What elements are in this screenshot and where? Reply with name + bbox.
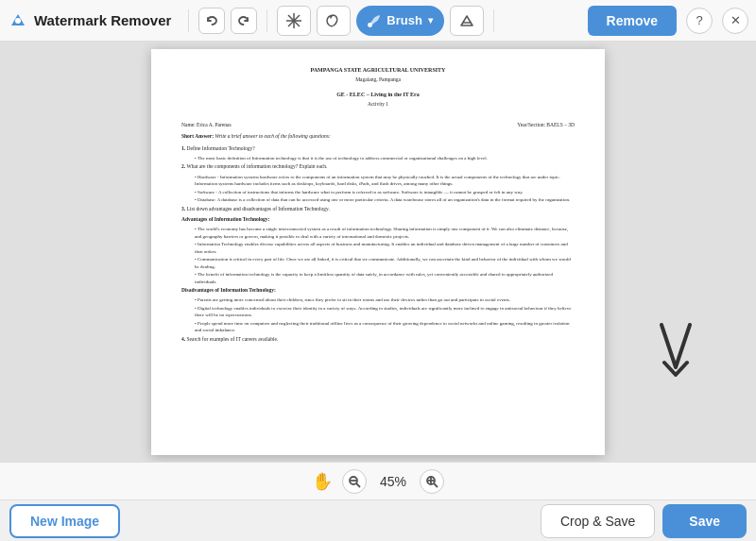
toolbar-separator-2 bbox=[266, 9, 267, 32]
doc-name: Name: Erica A. Parenas bbox=[181, 121, 232, 128]
doc-short-answer-instruction: Write a brief answer to each of the foll… bbox=[215, 133, 330, 139]
status-bar: ✋ 45% bbox=[0, 462, 756, 499]
doc-location: Magalang, Pampanga bbox=[181, 76, 575, 83]
doc-short-answer-label: Short Answer: Write a brief answer to ea… bbox=[181, 132, 575, 140]
remove-button[interactable]: Remove bbox=[588, 6, 677, 36]
doc-question-2: 3. List down advantages and disadvantage… bbox=[181, 205, 575, 212]
document-content: PAMPANGA STATE AGRICULTURAL UNIVERSITY M… bbox=[151, 49, 605, 363]
undo-button[interactable] bbox=[198, 8, 225, 34]
brush-dropdown-arrow: ▾ bbox=[428, 15, 433, 25]
doc-question-3: Advantages of Information Technology: bbox=[181, 215, 575, 223]
help-button[interactable]: ? bbox=[686, 8, 713, 34]
doc-bullet-4-2: • People spend more time on computers an… bbox=[195, 320, 575, 334]
app-title: Watermark Remover bbox=[34, 12, 171, 28]
toolbar-separator-1 bbox=[188, 9, 189, 32]
doc-bullet-4-1: • Digital technology enables individuals… bbox=[195, 305, 575, 319]
doc-question-4: Disadvantages of Information Technology: bbox=[181, 286, 575, 294]
save-button[interactable]: Save bbox=[662, 504, 747, 538]
app-logo-area: Watermark Remover bbox=[8, 10, 171, 31]
svg-line-11 bbox=[434, 483, 438, 487]
doc-question-1: 2. What are the components of informatio… bbox=[181, 162, 575, 170]
doc-bullet-3-1: • Information Technology enables diverse… bbox=[195, 241, 575, 255]
svg-line-8 bbox=[356, 483, 360, 487]
doc-bullet-1-2: • Database: A database is a collection o… bbox=[195, 196, 575, 204]
down-arrow-indicator bbox=[652, 320, 699, 377]
zoom-controls: 45% bbox=[342, 469, 444, 494]
erase-tool-button[interactable] bbox=[450, 6, 484, 36]
document-paper: PAMPANGA STATE AGRICULTURAL UNIVERSITY M… bbox=[151, 49, 605, 455]
doc-bullet-3-0: • The world's economy has become a singl… bbox=[195, 226, 575, 240]
doc-name-row: Name: Erica A. Parenas Year/Section: BAE… bbox=[181, 121, 575, 128]
bottom-buttons: New Image Crop & Save Save bbox=[0, 499, 756, 541]
doc-question-0: 1. Define Information Technology? bbox=[181, 144, 575, 152]
new-image-button[interactable]: New Image bbox=[9, 504, 120, 538]
doc-bullet-1-0: • Hardware - Information systems hardwar… bbox=[195, 174, 575, 188]
doc-bullet-3-2: • Communication is critical in every par… bbox=[195, 256, 575, 270]
doc-bullet-1-1: • Software - A collection of instruction… bbox=[195, 189, 575, 196]
doc-bullet-4-0: • Parents are getting more concerned abo… bbox=[195, 296, 575, 304]
canvas-area: PAMPANGA STATE AGRICULTURAL UNIVERSITY M… bbox=[0, 42, 756, 462]
doc-bullet-0-0: • The most basic definition of Informati… bbox=[195, 155, 575, 162]
doc-year: Year/Section: BAELS – 3D bbox=[517, 121, 575, 128]
brush-tool-button[interactable]: Brush ▾ bbox=[356, 6, 444, 36]
hand-tool-icon[interactable]: ✋ bbox=[312, 471, 333, 492]
doc-questions: 1. Define Information Technology?• The m… bbox=[181, 144, 575, 344]
crop-save-button[interactable]: Crop & Save bbox=[541, 504, 655, 538]
doc-university: PAMPANGA STATE AGRICULTURAL UNIVERSITY bbox=[181, 66, 575, 75]
zoom-in-button[interactable] bbox=[420, 469, 444, 494]
zoom-out-button[interactable] bbox=[342, 469, 367, 494]
lasso-tool-button[interactable] bbox=[317, 6, 351, 36]
svg-point-5 bbox=[369, 24, 371, 26]
doc-question-5: 4. Search for examples of IT careers ava… bbox=[181, 335, 575, 343]
toolbar: Watermark Remover bbox=[0, 0, 756, 42]
brush-label: Brush bbox=[387, 13, 422, 27]
svg-point-0 bbox=[15, 18, 21, 24]
doc-course: GE - ELEC – Living in the IT Era bbox=[181, 91, 575, 99]
pin-tool-button[interactable] bbox=[277, 6, 311, 36]
redo-button[interactable] bbox=[231, 8, 257, 34]
toolbar-separator-3 bbox=[493, 9, 494, 32]
zoom-percent-label: 45% bbox=[374, 474, 412, 489]
doc-bullet-3-3: • The benefit of information technology … bbox=[195, 271, 575, 285]
doc-short-answer-title: Short Answer: bbox=[181, 133, 214, 139]
app-icon bbox=[8, 10, 28, 31]
close-button[interactable]: ✕ bbox=[722, 8, 748, 34]
doc-activity: Activity 1 bbox=[181, 100, 575, 108]
